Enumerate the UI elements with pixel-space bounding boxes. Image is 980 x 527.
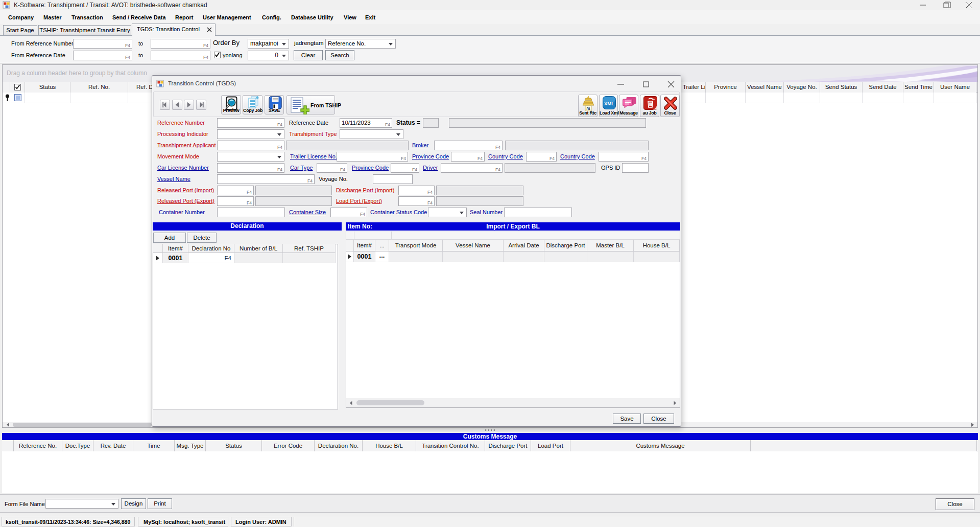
svg-text:XML: XML: [604, 101, 614, 106]
